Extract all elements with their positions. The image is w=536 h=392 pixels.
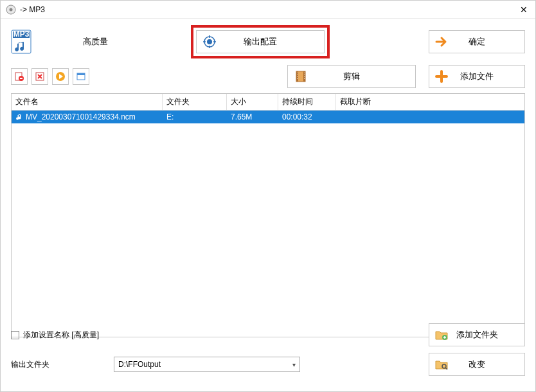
plus-icon [434, 69, 449, 84]
close-icon[interactable]: ✕ [517, 4, 530, 15]
folder-plus-icon [434, 328, 449, 342]
clear-button[interactable] [31, 68, 48, 85]
mp3-format-icon: MP3 [11, 30, 31, 54]
gear-icon [203, 35, 216, 48]
svg-point-6 [207, 39, 212, 44]
svg-rect-17 [77, 73, 85, 75]
svg-rect-25 [304, 73, 305, 73]
cell-duration: 00:00:32 [278, 111, 336, 123]
add-folder-button[interactable]: 添加文件夹 [429, 323, 525, 346]
svg-rect-23 [297, 76, 298, 77]
highlight-box: 输出配置 [191, 25, 330, 58]
chevron-down-icon: ▾ [292, 361, 296, 368]
cell-filename: MV_202003071001429334.ncm [12, 111, 163, 123]
change-button[interactable]: 改变 [429, 353, 525, 376]
bottom-area: 添加设置名称 [高质量] 添加文件夹 输出文件夹 D:\FFOutput ▾ 改… [1, 317, 535, 391]
ok-button[interactable]: 确定 [429, 30, 525, 53]
output-folder-select[interactable]: D:\FFOutput ▾ [114, 357, 300, 372]
svg-rect-26 [304, 75, 305, 75]
cell-clip [336, 116, 524, 118]
table-row[interactable]: MV_202003071001429334.ncm E: 7.65M 00:00… [12, 111, 524, 123]
cell-folder: E: [163, 111, 227, 123]
window-title: -> MP3 [20, 5, 517, 14]
quality-label: 高质量 [83, 36, 108, 48]
add-file-button[interactable]: 添加文件 [429, 65, 525, 88]
film-icon [294, 70, 307, 83]
ok-label: 确定 [469, 36, 485, 48]
output-config-button[interactable]: 输出配置 [196, 30, 325, 53]
small-toolbar [11, 68, 89, 85]
svg-rect-28 [304, 78, 305, 79]
add-preset-checkbox[interactable] [11, 331, 19, 339]
svg-text:MP3: MP3 [13, 30, 30, 39]
svg-rect-27 [304, 76, 305, 77]
svg-rect-21 [297, 73, 298, 73]
folder-search-icon [434, 357, 449, 371]
th-clip[interactable]: 截取片断 [336, 94, 524, 110]
svg-rect-24 [297, 78, 298, 79]
th-duration[interactable]: 持续时间 [278, 94, 336, 110]
th-folder[interactable]: 文件夹 [163, 94, 227, 110]
play-button[interactable] [52, 68, 69, 85]
th-filename[interactable]: 文件名 [12, 94, 163, 110]
output-folder-value: D:\FFOutput [118, 360, 161, 369]
format-block: MP3 高质量 [11, 30, 172, 54]
info-button[interactable] [73, 68, 89, 85]
file-table: 文件名 文件夹 大小 持续时间 截取片断 MV_2020030710014293… [11, 93, 525, 337]
filename-text: MV_202003071001429334.ncm [26, 112, 136, 121]
cell-size: 7.65M [227, 111, 278, 123]
output-config-label: 输出配置 [244, 36, 277, 48]
arrow-right-icon [434, 35, 449, 49]
preset-row: 添加设置名称 [高质量] 添加文件夹 [11, 323, 525, 346]
app-icon [6, 4, 16, 15]
add-preset-label: 添加设置名称 [高质量] [23, 330, 99, 341]
svg-point-1 [10, 8, 13, 11]
titlebar: -> MP3 ✕ [1, 1, 535, 19]
output-folder-label: 输出文件夹 [11, 359, 114, 370]
music-note-icon [15, 113, 23, 121]
add-folder-label: 添加文件夹 [456, 329, 498, 341]
svg-rect-13 [20, 78, 22, 79]
output-folder-row: 输出文件夹 D:\FFOutput ▾ 改变 [11, 353, 525, 376]
edit-label: 剪辑 [343, 71, 360, 82]
remove-button[interactable] [11, 68, 28, 85]
top-row-2: 剪辑 添加文件 [1, 62, 535, 93]
th-size[interactable]: 大小 [227, 94, 278, 110]
change-label: 改变 [469, 359, 485, 370]
table-header: 文件名 文件夹 大小 持续时间 截取片断 [12, 94, 524, 111]
svg-rect-22 [297, 75, 298, 75]
add-file-label: 添加文件 [460, 71, 494, 82]
top-row-1: MP3 高质量 输出配置 确定 [1, 19, 535, 62]
edit-button[interactable]: 剪辑 [287, 65, 416, 88]
